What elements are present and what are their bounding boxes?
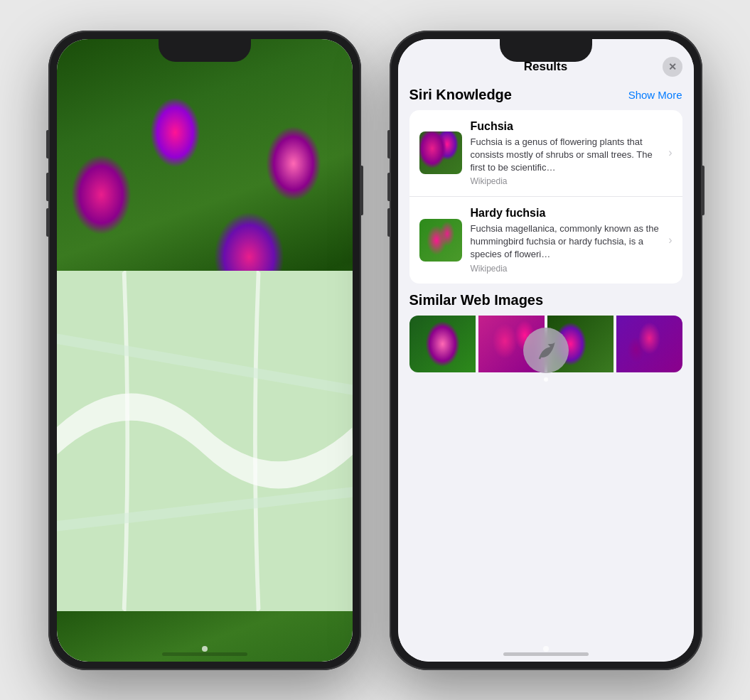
similar-image-4[interactable] [616,316,682,372]
notch [159,39,251,62]
right-page-dot [543,646,549,652]
hardy-source: Wikipedia [471,264,660,274]
similar-image-1[interactable] [409,316,476,372]
page-dot [202,646,208,652]
results-title: Results [429,60,663,74]
fuchsia-chevron: › [668,146,672,159]
left-screen: Add a Caption Look Up – Plant › [57,39,353,662]
fuchsia-thumb-img [419,131,462,174]
similar-title: Similar Web Images [409,292,682,308]
hardy-thumb [419,219,462,262]
hardy-info: Hardy fuchsia Fuchsia magellanica, commo… [471,207,660,274]
knowledge-card: Fuchsia Fuchsia is a genus of flowering … [409,110,682,284]
home-indicator [162,652,247,656]
right-phone: Results ✕ Siri Knowledge Show More [390,31,702,670]
close-button[interactable]: ✕ [663,57,682,77]
right-notch [500,39,592,62]
right-screen: Results ✕ Siri Knowledge Show More [398,39,694,662]
fuchsia-item[interactable]: Fuchsia Fuchsia is a genus of flowering … [409,110,682,198]
hardy-thumb-img [419,219,462,262]
left-phone: Add a Caption Look Up – Plant › [48,31,361,670]
hardy-fuchsia-item[interactable]: Hardy fuchsia Fuchsia magellanica, commo… [409,197,682,284]
right-home-indicator [503,652,589,656]
fuchsia-thumb [419,131,462,174]
hardy-desc: Fuchsia magellanica, commonly known as t… [471,222,660,262]
siri-section-header: Siri Knowledge Show More [409,87,682,103]
dot-below [544,377,548,382]
map-roads-svg [57,271,353,611]
fuchsia-source: Wikipedia [471,176,660,186]
fuchsia-name: Fuchsia [471,120,660,133]
visual-search-leaf-icon [535,340,557,361]
hardy-chevron: › [668,234,672,247]
fuchsia-info: Fuchsia Fuchsia is a genus of flowering … [471,120,660,187]
hardy-name: Hardy fuchsia [471,207,660,220]
siri-section-title: Siri Knowledge [409,87,512,103]
fuchsia-desc: Fuchsia is a genus of flowering plants t… [471,136,660,175]
show-more-button[interactable]: Show More [628,89,682,101]
visual-search-button[interactable] [523,328,569,373]
map-area[interactable] [57,271,353,611]
